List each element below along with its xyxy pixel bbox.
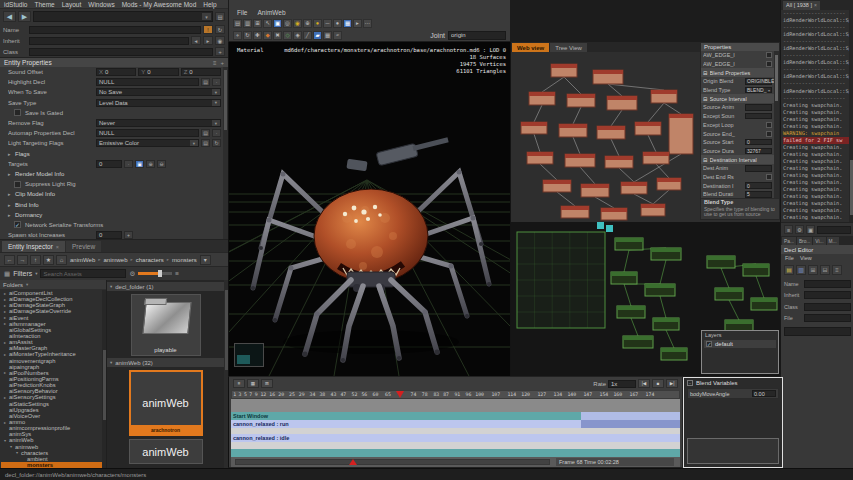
breadcrumb-item-monsters[interactable]: monsters [171, 257, 198, 263]
browse-entity-button[interactable]: ▤ [215, 12, 225, 21]
preview-thumbnail[interactable] [234, 343, 264, 367]
coord-input-y[interactable]: Y0 [138, 68, 178, 76]
back-button[interactable]: ◀ [3, 11, 16, 22]
more-icon[interactable]: ⋯ [363, 19, 372, 28]
collapse-icon[interactable]: ⊟ [703, 96, 708, 102]
field-input[interactable] [804, 280, 851, 288]
scale-icon[interactable]: ✚ [253, 31, 262, 40]
remove-target-button[interactable]: ⊖ [157, 160, 166, 168]
panel-menu-icon[interactable]: ≡ [213, 60, 217, 66]
minus-icon[interactable]: ─ [323, 19, 332, 28]
section-decl-folder[interactable]: ▾ decl_folder (1) [107, 282, 224, 291]
properties-scrollbar[interactable] [774, 51, 779, 199]
select-icon[interactable]: ↖ [263, 19, 272, 28]
tree-scrollbar[interactable] [102, 290, 106, 468]
checkbox[interactable] [766, 174, 772, 180]
thumbnail-size-slider[interactable] [138, 272, 172, 275]
box-select-icon[interactable]: ▣ [273, 19, 282, 28]
timeline-menu-icon[interactable]: ≡ [233, 379, 245, 388]
inherit-field[interactable] [29, 37, 189, 45]
forward-icon[interactable]: → [17, 255, 28, 265]
list-view-icon[interactable]: ≡ [175, 270, 179, 277]
track-row-cannon-relaxed-idle[interactable]: cannon_relaxed : idle [231, 434, 680, 442]
warning-icon[interactable]: ! [203, 25, 213, 34]
chevron-right-icon[interactable]: ▸ [8, 171, 15, 177]
target-icon[interactable]: ⊕ [303, 19, 312, 28]
search-input[interactable] [40, 269, 126, 278]
value-input[interactable] [745, 165, 772, 172]
viewport-menu-file[interactable]: File [237, 9, 247, 16]
viewport-canvas[interactable] [229, 42, 510, 376]
clear-icon[interactable]: ▣ [806, 225, 815, 234]
import-icon[interactable]: ⊞ [253, 19, 262, 28]
folders-header[interactable]: Folders [3, 282, 23, 288]
play-icon[interactable]: ▸ [353, 19, 362, 28]
decl-menu-view[interactable]: View [800, 255, 812, 261]
stop-button[interactable]: ■ [652, 379, 664, 388]
favorite-icon[interactable]: ★ [43, 255, 54, 265]
track-bar[interactable]: cannon_relaxed : idle [231, 434, 680, 442]
decl-file-input[interactable] [784, 327, 851, 336]
section-animweb[interactable]: ▾ animWeb (32) [107, 358, 224, 367]
menu-idstudio[interactable]: idStudio [4, 1, 28, 8]
add-class-button[interactable]: + [215, 47, 225, 56]
chevron-down-icon[interactable]: ▾ [202, 13, 211, 20]
chevron-right-icon[interactable]: ▸ [8, 202, 15, 208]
track-bar[interactable]: cannon_relaxed : run [231, 420, 581, 428]
home-icon[interactable]: ⌂ [56, 255, 67, 265]
breadcrumb-item-characters[interactable]: characters [135, 257, 165, 263]
console-input[interactable] [817, 226, 851, 234]
grid-icon[interactable]: ▦ [323, 31, 332, 40]
tab-tree-view[interactable]: Tree View [550, 43, 587, 52]
tab-entity-inspector[interactable]: Entity Inspector× [2, 241, 65, 252]
ghost-icon[interactable]: ◈ [293, 31, 302, 40]
checkbox[interactable] [14, 181, 21, 188]
collapse-icon[interactable]: ⊟ [703, 157, 708, 163]
name-field[interactable] [29, 26, 201, 34]
paste-icon[interactable]: ⊟ [820, 265, 830, 275]
next-inherit-button[interactable]: ▸ [203, 36, 213, 45]
targets-count[interactable]: 0 [96, 160, 122, 168]
chevron-down-icon[interactable]: ▾ [768, 88, 770, 93]
joint-input[interactable] [448, 31, 506, 40]
field-input[interactable] [804, 303, 851, 311]
track-bar[interactable]: Start Window [231, 412, 581, 420]
lock-icon[interactable]: ● [313, 19, 322, 28]
save-icon[interactable]: ▥ [243, 19, 252, 28]
decl-menu-file[interactable]: File [785, 255, 794, 261]
text-input[interactable]: NULL [96, 129, 199, 137]
camera-icon[interactable]: ◎ [283, 19, 292, 28]
tab-console-all[interactable]: All [ 1938 ] × [783, 1, 820, 10]
dropdown[interactable]: No Save▾ [96, 88, 221, 96]
arachnotron-model[interactable] [251, 137, 491, 362]
track-row-start-window[interactable]: Start Window [231, 412, 680, 420]
value-input[interactable]: 0 [745, 182, 772, 189]
gear-icon[interactable]: ⚙ [795, 225, 804, 234]
filters-label[interactable]: Filters [13, 270, 32, 277]
graph-node[interactable] [606, 225, 613, 232]
menu-mods-my-awesome-mod[interactable]: Mods - My Awesome Mod [122, 1, 197, 8]
up-icon[interactable]: ↑ [30, 255, 41, 265]
field-input[interactable] [804, 314, 851, 322]
value-input[interactable]: 5 [745, 191, 772, 198]
console-log[interactable]: --------------------idRenderWorldLocal::… [781, 10, 849, 222]
timeline-snap-icon[interactable]: ⊞ [261, 379, 273, 388]
rotate-icon[interactable]: ↻ [243, 31, 252, 40]
layer-checkbox[interactable] [706, 341, 712, 347]
menu-windows[interactable]: Windows [88, 1, 114, 8]
eye-icon[interactable]: ◉ [215, 36, 225, 45]
class-field[interactable] [29, 48, 213, 56]
dock-tab-bro[interactable]: Bro... [797, 237, 812, 245]
skip-start-button[interactable]: |◀ [638, 379, 650, 388]
collapse-icon[interactable]: ⊟ [703, 70, 708, 76]
number-input[interactable]: 0 [96, 231, 122, 239]
track-footer-bar[interactable] [231, 449, 680, 457]
checkbox[interactable] [14, 109, 21, 116]
blend-variable-row[interactable]: bodyMoveAngle0.00 [687, 388, 779, 399]
browse-button[interactable]: ▤ [201, 129, 210, 137]
clear-button[interactable]: · [212, 129, 221, 137]
chevron-down-icon[interactable]: ▾ [212, 120, 220, 126]
graph-node[interactable] [669, 114, 693, 154]
trace-icon[interactable]: ╱ [303, 31, 312, 40]
gear-icon[interactable]: ⚙ [129, 270, 135, 278]
